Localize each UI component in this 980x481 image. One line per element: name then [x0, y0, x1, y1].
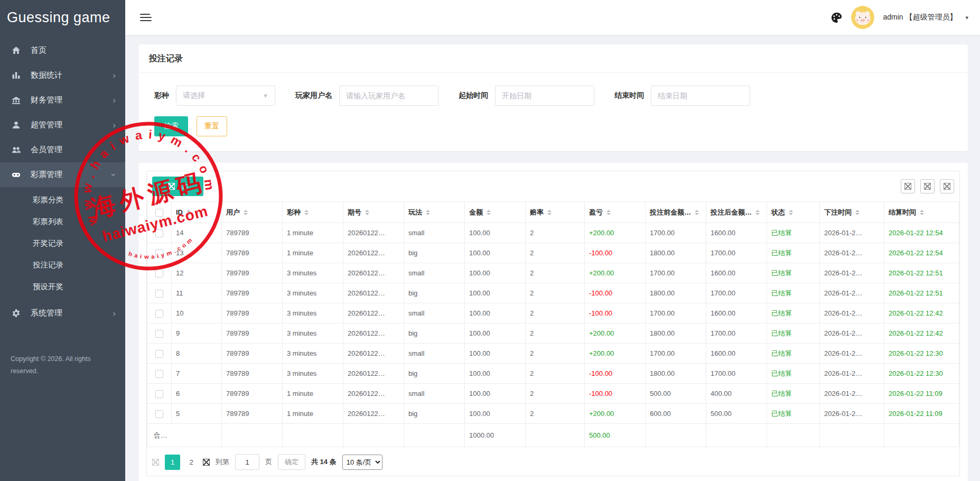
sidebar-item-finance[interactable]: 财务管理› [0, 88, 125, 113]
chevron-right-icon: › [113, 71, 116, 80]
column-header-before_amount[interactable]: 投注前金额… [646, 202, 706, 223]
row-checkbox[interactable] [155, 350, 163, 358]
select-all-header [147, 202, 172, 223]
cell-amount: 100.00 [465, 243, 526, 263]
column-header-profit[interactable]: 盈亏 [585, 202, 646, 223]
row-checkbox[interactable] [155, 290, 163, 298]
page-number-1[interactable]: 1 [165, 455, 180, 470]
sort-icon[interactable] [186, 210, 191, 216]
bank-icon [12, 96, 22, 105]
player-username-input[interactable] [339, 86, 438, 106]
cell-user: 789789 [222, 344, 283, 364]
column-header-odds[interactable]: 赔率 [526, 202, 585, 223]
row-checkbox[interactable] [155, 310, 163, 318]
page-unit-label: 页 [265, 457, 272, 467]
cell-play: small [404, 263, 465, 283]
column-header-user[interactable]: 用户 [222, 202, 283, 223]
cell-status: 已结算 [767, 404, 820, 424]
column-header-issue[interactable]: 期号 [343, 202, 404, 223]
confirm-page-button[interactable]: 确定 [278, 454, 305, 470]
row-checkbox[interactable] [155, 249, 163, 257]
toolbar-action-button[interactable]: □□ [152, 177, 203, 196]
toolbar-icon-button-2[interactable] [920, 179, 935, 193]
cell-play: small [404, 303, 465, 323]
sort-icon[interactable] [365, 210, 369, 216]
cell-before_amount: 600.00 [646, 404, 706, 424]
table-row: 87897893 minutes20260122…small100.002+20… [147, 344, 959, 364]
next-page-button[interactable] [203, 459, 210, 466]
user-avatar[interactable] [851, 6, 874, 29]
sort-icon[interactable] [547, 210, 552, 216]
start-date-input[interactable] [495, 86, 594, 106]
cell-play: big [404, 283, 465, 303]
sort-icon[interactable] [855, 210, 860, 216]
sort-icon[interactable] [920, 210, 924, 216]
sort-icon[interactable] [606, 210, 611, 216]
cell-profit: +200.00 [585, 404, 646, 424]
sidebar-item-home[interactable]: 首页 [0, 38, 125, 63]
cell-lottery: 3 minutes [283, 364, 343, 384]
per-page-select[interactable]: 10 条/页 [342, 455, 382, 470]
sort-icon[interactable] [487, 210, 491, 216]
sort-icon[interactable] [244, 210, 248, 216]
column-header-play[interactable]: 玩法 [404, 202, 465, 223]
toolbar-icon-button-3[interactable] [940, 179, 954, 193]
sidebar-subitem-lottery-list[interactable]: 彩票列表 [0, 211, 125, 233]
sidebar-subitem-lottery-category[interactable]: 彩票分类 [0, 189, 125, 211]
table-header-row: ID用户彩种期号玩法金额赔率盈亏投注前金额…投注后金额…状态下注时间结算时间 [147, 202, 959, 223]
cell-before_amount: 1700.00 [646, 223, 706, 243]
column-header-id[interactable]: ID [172, 202, 222, 223]
cell-lottery: 3 minutes [283, 344, 343, 364]
sort-icon[interactable] [304, 210, 309, 216]
cell-profit: -100.00 [585, 364, 646, 384]
row-checkbox[interactable] [155, 229, 163, 237]
sort-icon[interactable] [789, 210, 793, 216]
row-checkbox[interactable] [155, 370, 163, 378]
chevron-down-icon[interactable]: ▾ [965, 14, 968, 21]
select-all-checkbox[interactable] [155, 209, 163, 217]
column-header-lottery[interactable]: 彩种 [283, 202, 343, 223]
row-checkbox[interactable] [155, 330, 163, 338]
goto-page-input[interactable] [235, 454, 259, 470]
column-header-status[interactable]: 状态 [767, 202, 820, 223]
cell-id: 13 [172, 243, 222, 263]
toolbar-icon-button-1[interactable] [901, 179, 915, 193]
sidebar-subitem-bet-records[interactable]: 投注记录 [0, 254, 125, 276]
table-row: 137897891 minute20260122…big100.002-100.… [147, 243, 959, 263]
sort-icon[interactable] [695, 210, 699, 216]
column-header-settle_time[interactable]: 结算时间 [884, 202, 959, 223]
reset-button[interactable]: 重置 [197, 116, 227, 136]
sidebar-subitem-preset-draw[interactable]: 预设开奖 [0, 276, 125, 298]
lottery-type-select[interactable]: 请选择 ▼ [176, 86, 275, 106]
row-checkbox[interactable] [155, 270, 163, 278]
row-checkbox[interactable] [155, 410, 163, 418]
theme-palette-icon[interactable] [830, 12, 843, 24]
main-area: admin 【超级管理员】 ▾ 投注记录 彩种 请选择 ▼ 玩家用户名 [125, 0, 980, 481]
user-name[interactable]: admin 【超级管理员】 [883, 13, 957, 22]
column-header-amount[interactable]: 金额 [465, 202, 526, 223]
hamburger-menu-icon[interactable] [140, 14, 152, 22]
table-card: □□ ID用户彩种期号玩法金额赔率盈亏投注前金额…投注后金额…状态下注时间结算时… [138, 163, 968, 481]
prev-page-button[interactable] [152, 459, 159, 466]
sort-icon[interactable] [755, 210, 760, 216]
sidebar-item-lottery[interactable]: 彩票管理› [0, 162, 125, 187]
sidebar-item-members[interactable]: 会员管理 [0, 137, 125, 162]
page-number-2[interactable]: 2 [185, 458, 197, 466]
cell-status: 已结算 [767, 364, 820, 384]
sidebar-item-stats[interactable]: 数据统计› [0, 63, 125, 88]
sort-icon[interactable] [426, 210, 430, 216]
end-date-input[interactable] [651, 86, 750, 106]
cell-amount: 100.00 [465, 303, 526, 323]
search-button[interactable]: 检索 [154, 116, 188, 136]
column-header-after_amount[interactable]: 投注后金额… [706, 202, 767, 223]
cell-odds: 2 [526, 323, 585, 344]
cell-issue: 20260122… [343, 364, 404, 384]
sidebar-item-system[interactable]: 系统管理› [0, 301, 125, 326]
cell-status: 已结算 [767, 303, 820, 323]
sidebar-item-super-admin[interactable]: 超管管理› [0, 113, 125, 137]
sidebar-subitem-draw-records[interactable]: 开奖记录 [0, 233, 125, 254]
cell-amount: 100.00 [465, 223, 526, 243]
page-title: 投注记录 [138, 44, 968, 73]
column-header-bet_time[interactable]: 下注时间 [820, 202, 884, 223]
row-checkbox[interactable] [155, 390, 163, 398]
